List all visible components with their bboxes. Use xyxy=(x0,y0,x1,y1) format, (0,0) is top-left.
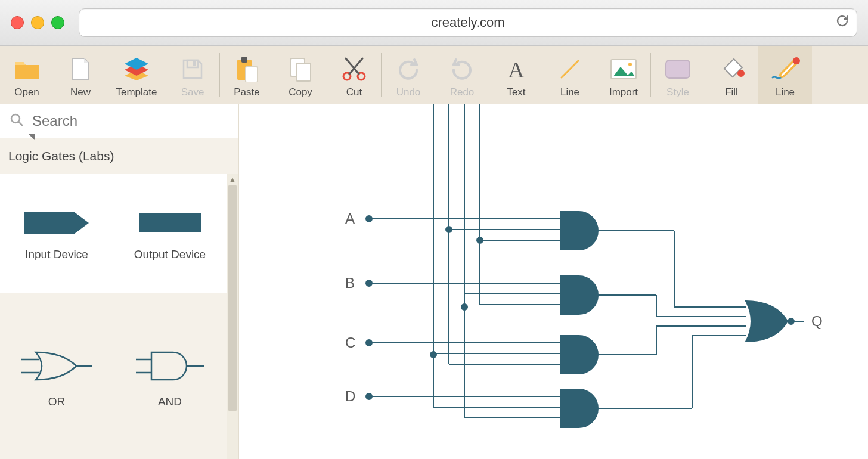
template-label: Template xyxy=(116,86,157,98)
tile-label: Input Device xyxy=(25,248,88,261)
svg-point-15 xyxy=(628,63,632,66)
shape-or-gate[interactable]: OR xyxy=(0,317,113,436)
workspace: Logic Gates (Labs) Input Device Output D… xyxy=(0,104,868,459)
undo-icon xyxy=(396,55,420,83)
text-icon: A xyxy=(504,55,528,83)
svg-text:A: A xyxy=(508,57,525,81)
svg-line-20 xyxy=(18,122,23,126)
redo-label: Redo xyxy=(450,86,475,98)
svg-rect-9 xyxy=(296,63,311,81)
search-icon xyxy=(10,113,24,129)
shapes-grid: Input Device Output Device OR xyxy=(0,174,238,459)
style-button[interactable]: Style xyxy=(651,46,705,104)
window-controls xyxy=(11,16,64,29)
or-gate-icon xyxy=(18,345,95,387)
minimize-window-button[interactable] xyxy=(31,16,44,29)
svg-rect-4 xyxy=(193,61,196,66)
search-bar[interactable] xyxy=(0,104,238,138)
copy-label: Copy xyxy=(289,86,312,98)
browser-chrome: creately.com xyxy=(0,0,868,46)
output-device-icon xyxy=(134,206,206,240)
output-label-q: Q xyxy=(811,313,823,330)
address-bar-url: creately.com xyxy=(431,15,504,30)
svg-rect-16 xyxy=(666,60,690,78)
dropdown-indicator-icon xyxy=(29,134,35,140)
svg-rect-7 xyxy=(246,67,258,82)
line-style-label: Line xyxy=(776,86,795,98)
text-label: Text xyxy=(507,86,525,98)
svg-point-39 xyxy=(430,352,436,358)
input-device-icon xyxy=(21,206,92,240)
tile-label: Output Device xyxy=(134,248,206,261)
copy-button[interactable]: Copy xyxy=(274,46,327,104)
new-label: New xyxy=(70,86,91,98)
svg-rect-6 xyxy=(241,57,247,63)
save-button[interactable]: Save xyxy=(166,46,219,104)
new-button[interactable]: New xyxy=(54,46,107,104)
line-icon xyxy=(558,55,582,83)
input-label-c: C xyxy=(345,334,355,351)
redo-button[interactable]: Redo xyxy=(435,46,489,104)
svg-point-19 xyxy=(11,114,20,123)
svg-point-17 xyxy=(737,70,745,77)
copy-icon xyxy=(289,55,312,83)
undo-button[interactable]: Undo xyxy=(382,46,435,104)
import-label: Import xyxy=(609,86,638,98)
paste-label: Paste xyxy=(234,86,259,98)
scissors-icon xyxy=(341,55,367,83)
input-label-b: B xyxy=(345,275,355,291)
close-window-button[interactable] xyxy=(11,16,24,29)
circuit-diagram xyxy=(239,104,868,459)
svg-rect-21 xyxy=(139,213,201,232)
shape-and-gate[interactable]: AND xyxy=(113,317,227,436)
cut-label: Cut xyxy=(346,86,362,98)
diagram-canvas[interactable]: A B C D Q xyxy=(239,104,868,459)
scroll-thumb[interactable] xyxy=(228,185,237,411)
folder-icon xyxy=(14,55,40,83)
svg-rect-3 xyxy=(187,60,198,67)
tile-label: OR xyxy=(48,395,66,408)
svg-line-13 xyxy=(562,61,578,77)
template-button[interactable]: Template xyxy=(107,46,166,104)
shape-input-device[interactable]: Input Device xyxy=(0,174,113,293)
shape-output-device[interactable]: Output Device xyxy=(113,174,227,293)
cut-button[interactable]: Cut xyxy=(327,46,381,104)
undo-label: Undo xyxy=(396,86,421,98)
paint-bucket-icon xyxy=(718,55,745,83)
pencil-line-icon xyxy=(770,55,800,83)
fill-button[interactable]: Fill xyxy=(705,46,758,104)
save-icon xyxy=(181,55,204,83)
maximize-window-button[interactable] xyxy=(51,16,64,29)
line-style-button[interactable]: Line xyxy=(758,46,812,104)
address-bar[interactable]: creately.com xyxy=(79,8,857,37)
tile-label: AND xyxy=(158,395,182,408)
svg-point-18 xyxy=(793,57,800,64)
line-tool-button[interactable]: Line xyxy=(543,46,597,104)
text-tool-button[interactable]: A Text xyxy=(489,46,543,104)
scroll-up-icon[interactable]: ▲ xyxy=(227,174,238,185)
line-label: Line xyxy=(560,86,579,98)
search-input[interactable] xyxy=(31,112,229,130)
paste-button[interactable]: Paste xyxy=(220,46,274,104)
fill-label: Fill xyxy=(725,86,738,98)
input-label-d: D xyxy=(345,388,355,405)
category-label: Logic Gates (Labs) xyxy=(8,149,114,163)
style-label: Style xyxy=(666,86,689,98)
page-icon xyxy=(71,55,90,83)
open-button[interactable]: Open xyxy=(0,46,54,104)
redo-icon xyxy=(450,55,474,83)
style-swatch-icon xyxy=(665,55,691,83)
shapes-category-header[interactable]: Logic Gates (Labs) xyxy=(0,138,238,174)
layers-icon xyxy=(123,55,150,83)
clipboard-icon xyxy=(235,55,259,83)
shapes-scrollbar[interactable]: ▲ xyxy=(227,174,238,459)
and-gate-icon xyxy=(131,345,209,387)
reload-icon[interactable] xyxy=(835,14,850,32)
save-label: Save xyxy=(181,86,204,98)
import-button[interactable]: Import xyxy=(597,46,650,104)
image-icon xyxy=(610,55,637,83)
input-label-a: A xyxy=(345,210,355,227)
shapes-panel: Logic Gates (Labs) Input Device Output D… xyxy=(0,104,239,459)
open-label: Open xyxy=(14,86,39,98)
toolbar: Open New Template Save Paste xyxy=(0,46,868,104)
